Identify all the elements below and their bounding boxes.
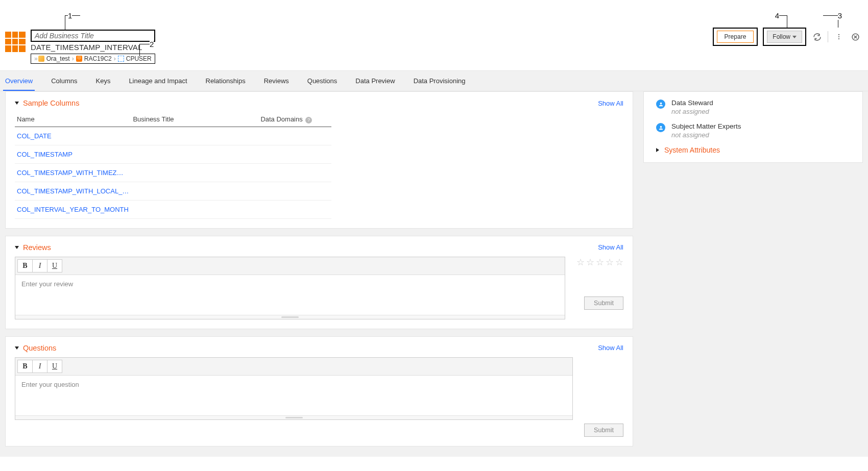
follow-button[interactable]: Follow [767, 31, 802, 43]
col-link[interactable]: COL_TIMESTAMP_WITH_LOCAL_… [15, 182, 131, 200]
callout-1-label: 1 [68, 11, 72, 20]
refresh-icon[interactable] [811, 31, 823, 42]
star-icon[interactable]: ☆ [576, 257, 585, 268]
review-textarea[interactable]: Enter your review [15, 275, 565, 315]
tab-reviews[interactable]: Reviews [262, 71, 291, 91]
sample-columns-show-all[interactable]: Show All [598, 100, 623, 107]
more-options-icon[interactable] [833, 31, 845, 42]
table-row: COL_TIMESTAMP [15, 145, 331, 163]
sample-columns-title: Sample Columns [23, 99, 79, 107]
person-icon [656, 100, 665, 109]
divider [828, 31, 828, 42]
business-title-placeholder: Add Business Title [35, 32, 94, 40]
callout-1-line-h [65, 15, 80, 16]
action-bar: Prepare Follow [713, 28, 861, 46]
review-submit-button[interactable]: Submit [584, 296, 623, 310]
help-icon[interactable]: ? [305, 117, 312, 123]
callout-2-label: 2 [150, 40, 154, 48]
tab-lineage[interactable]: Lineage and Impact [127, 71, 189, 91]
role-value: not assigned [671, 108, 713, 115]
prepare-button[interactable]: Prepare [717, 31, 754, 43]
underline-button[interactable]: U [47, 259, 62, 272]
sample-columns-table: Name Business Title Data Domains ? COL_D… [15, 112, 331, 219]
questions-toggle[interactable]: Questions [15, 344, 56, 352]
callout-4-label: 4 [775, 11, 779, 20]
person-icon [656, 123, 665, 132]
callout-3-label: 3 [838, 11, 842, 20]
schema-icon [118, 56, 124, 62]
breadcrumb-item-schema[interactable]: CPUSER [126, 55, 152, 62]
table-row: COL_INTERVAL_YEAR_TO_MONTH [15, 200, 331, 218]
follow-highlight-box: Follow [763, 28, 806, 46]
star-icon[interactable]: ☆ [596, 257, 604, 268]
tab-relationships[interactable]: Relationships [204, 71, 248, 91]
star-icon[interactable]: ☆ [615, 257, 623, 268]
review-editor: B I U Enter your review [15, 257, 565, 319]
col-link[interactable]: COL_TIMESTAMP [15, 145, 131, 163]
callout-1-line-v [65, 15, 65, 31]
question-toolbar: B I U [15, 358, 572, 376]
title-block: Add Business Title DATE_TIMESTAMP_INTERV… [31, 30, 155, 64]
callout-3-line-h [823, 15, 838, 16]
italic-button[interactable]: I [32, 259, 47, 272]
table-row: COL_TIMESTAMP_WITH_LOCAL_… [15, 182, 331, 200]
follow-label: Follow [773, 33, 790, 40]
question-submit-button[interactable]: Submit [584, 424, 623, 437]
th-name: Name [15, 112, 131, 127]
disclosure-triangle-icon [15, 346, 19, 350]
bold-button[interactable]: B [17, 360, 33, 373]
tab-columns[interactable]: Columns [49, 71, 79, 91]
col-link[interactable]: COL_DATE [15, 127, 131, 145]
reviews-toggle[interactable]: Reviews [15, 243, 51, 252]
role-label: Subject Matter Experts [671, 122, 741, 130]
disclosure-triangle-icon [15, 102, 19, 105]
callout-4-line-v [787, 15, 787, 28]
breadcrumb-item-database[interactable]: RAC19C2 [84, 55, 112, 62]
reviews-show-all[interactable]: Show All [598, 243, 623, 251]
table-row: COL_TIMESTAMP_WITH_TIMEZ… [15, 163, 331, 182]
svg-point-2 [838, 38, 839, 39]
svg-point-0 [838, 34, 839, 35]
sample-columns-card: Sample Columns Show All Name Business Ti… [5, 91, 633, 229]
disclosure-triangle-icon [15, 246, 19, 249]
underline-button[interactable]: U [47, 360, 62, 373]
star-rating[interactable]: ☆ ☆ ☆ ☆ ☆ [576, 257, 623, 268]
bold-button[interactable]: B [17, 259, 33, 272]
star-icon[interactable]: ☆ [586, 257, 594, 268]
breadcrumb[interactable]: » Ora_test › RAC19C2 › CPUSER [31, 54, 155, 64]
table-asset-icon [5, 32, 26, 52]
resize-handle[interactable] [15, 315, 565, 319]
people-card: Data Steward not assigned Subject Matter… [643, 91, 863, 163]
tab-keys[interactable]: Keys [93, 71, 112, 91]
question-textarea[interactable]: Enter your question [15, 376, 572, 415]
th-domains-label: Data Domains [260, 115, 302, 123]
resize-handle[interactable] [15, 415, 572, 419]
system-attributes-toggle[interactable]: System Attributes [656, 146, 852, 154]
chevron-double-icon: » [34, 55, 36, 62]
tab-overview[interactable]: Overview [3, 71, 35, 91]
breadcrumb-item-resource[interactable]: Ora_test [46, 55, 70, 62]
tab-data-provisioning[interactable]: Data Provisioning [412, 71, 468, 91]
close-icon[interactable] [850, 31, 861, 42]
star-icon[interactable]: ☆ [606, 257, 614, 268]
business-title-input[interactable]: Add Business Title [31, 30, 155, 42]
questions-show-all[interactable]: Show All [598, 344, 623, 352]
col-link[interactable]: COL_TIMESTAMP_WITH_TIMEZ… [15, 163, 131, 182]
role-value: not assigned [671, 131, 741, 139]
system-attributes-label: System Attributes [664, 146, 720, 154]
table-row: COL_DATE [15, 127, 331, 145]
italic-button[interactable]: I [32, 360, 47, 373]
sample-columns-toggle[interactable]: Sample Columns [15, 99, 79, 107]
col-link[interactable]: COL_INTERVAL_YEAR_TO_MONTH [15, 200, 131, 218]
tab-data-preview[interactable]: Data Preview [353, 71, 397, 91]
role-label: Data Steward [671, 99, 713, 107]
review-toolbar: B I U [15, 257, 565, 275]
role-data-steward: Data Steward not assigned [656, 99, 852, 115]
th-business: Business Title [131, 112, 258, 127]
prepare-highlight-box: Prepare [713, 28, 758, 46]
questions-title: Questions [23, 344, 56, 352]
tab-questions[interactable]: Questions [305, 71, 340, 91]
callout-2-line-v [139, 44, 140, 56]
workspace: Sample Columns Show All Name Business Ti… [0, 91, 868, 457]
database-icon [76, 56, 82, 62]
